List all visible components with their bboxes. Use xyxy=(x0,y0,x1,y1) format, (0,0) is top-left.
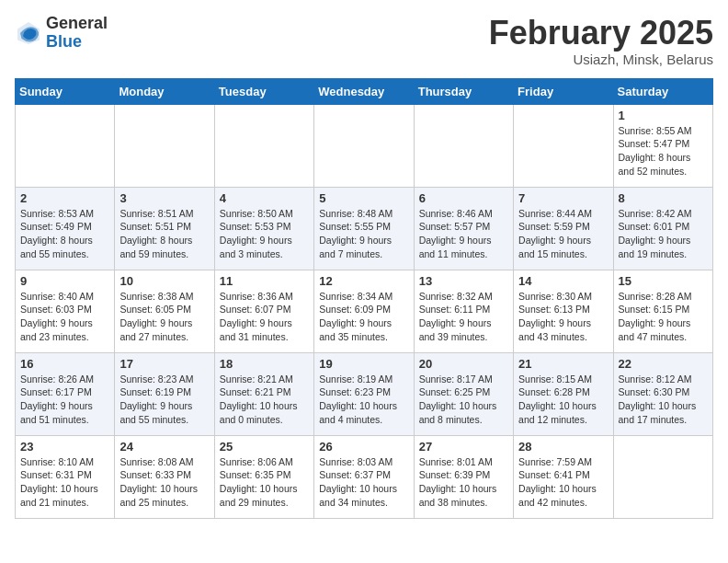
logo-general-text: General xyxy=(46,15,108,33)
calendar-cell: 10Sunrise: 8:38 AM Sunset: 6:05 PM Dayli… xyxy=(115,270,214,352)
calendar-cell: 7Sunrise: 8:44 AM Sunset: 5:59 PM Daylig… xyxy=(514,187,613,270)
day-info: Sunrise: 8:53 AM Sunset: 5:49 PM Dayligh… xyxy=(20,207,109,261)
calendar-cell xyxy=(414,104,513,187)
calendar-cell: 9Sunrise: 8:40 AM Sunset: 6:03 PM Daylig… xyxy=(16,270,115,352)
calendar-cell: 3Sunrise: 8:51 AM Sunset: 5:51 PM Daylig… xyxy=(115,187,214,270)
day-number: 22 xyxy=(619,357,708,371)
day-info: Sunrise: 8:44 AM Sunset: 5:59 PM Dayligh… xyxy=(518,207,608,261)
day-number: 20 xyxy=(419,357,508,371)
calendar-cell: 6Sunrise: 8:46 AM Sunset: 5:57 PM Daylig… xyxy=(414,187,513,270)
day-number: 24 xyxy=(119,440,209,454)
day-info: Sunrise: 8:26 AM Sunset: 6:17 PM Dayligh… xyxy=(20,373,109,427)
day-number: 23 xyxy=(20,440,109,454)
calendar-cell: 23Sunrise: 8:10 AM Sunset: 6:31 PM Dayli… xyxy=(16,435,115,518)
calendar-cell: 2Sunrise: 8:53 AM Sunset: 5:49 PM Daylig… xyxy=(16,187,115,270)
day-number: 9 xyxy=(20,274,109,288)
day-number: 27 xyxy=(419,440,508,454)
calendar-cell xyxy=(314,104,414,187)
day-number: 21 xyxy=(518,357,608,371)
calendar-cell: 14Sunrise: 8:30 AM Sunset: 6:13 PM Dayli… xyxy=(514,270,613,352)
day-info: Sunrise: 8:36 AM Sunset: 6:07 PM Dayligh… xyxy=(220,290,309,344)
logo-blue-text: Blue xyxy=(46,33,108,52)
day-number: 6 xyxy=(419,191,508,205)
day-number: 26 xyxy=(319,440,408,454)
day-info: Sunrise: 8:42 AM Sunset: 6:01 PM Dayligh… xyxy=(619,207,708,261)
calendar-cell xyxy=(613,435,712,518)
page-header: General Blue February 2025 Usiazh, Minsk… xyxy=(15,15,713,67)
day-info: Sunrise: 8:12 AM Sunset: 6:30 PM Dayligh… xyxy=(619,373,708,427)
calendar-cell: 18Sunrise: 8:21 AM Sunset: 6:21 PM Dayli… xyxy=(214,352,313,435)
day-number: 12 xyxy=(319,274,408,288)
calendar-week-row: 23Sunrise: 8:10 AM Sunset: 6:31 PM Dayli… xyxy=(16,435,713,518)
day-info: Sunrise: 8:19 AM Sunset: 6:23 PM Dayligh… xyxy=(319,373,408,427)
title-block: February 2025 Usiazh, Minsk, Belarus xyxy=(489,15,713,67)
day-number: 2 xyxy=(20,191,109,205)
logo: General Blue xyxy=(15,15,108,52)
day-number: 14 xyxy=(518,274,608,288)
day-number: 25 xyxy=(220,440,309,454)
calendar-cell: 1Sunrise: 8:55 AM Sunset: 5:47 PM Daylig… xyxy=(613,104,712,187)
day-number: 3 xyxy=(119,191,209,205)
day-number: 4 xyxy=(220,191,309,205)
day-info: Sunrise: 8:40 AM Sunset: 6:03 PM Dayligh… xyxy=(20,290,109,344)
calendar-cell: 24Sunrise: 8:08 AM Sunset: 6:33 PM Dayli… xyxy=(115,435,214,518)
day-info: Sunrise: 7:59 AM Sunset: 6:41 PM Dayligh… xyxy=(518,455,608,510)
day-number: 13 xyxy=(419,274,508,288)
day-info: Sunrise: 8:21 AM Sunset: 6:21 PM Dayligh… xyxy=(220,373,309,427)
col-friday: Friday xyxy=(514,78,613,104)
day-info: Sunrise: 8:03 AM Sunset: 6:37 PM Dayligh… xyxy=(319,455,408,510)
calendar-cell: 4Sunrise: 8:50 AM Sunset: 5:53 PM Daylig… xyxy=(214,187,313,270)
col-monday: Monday xyxy=(115,78,214,104)
calendar-cell: 26Sunrise: 8:03 AM Sunset: 6:37 PM Dayli… xyxy=(314,435,414,518)
day-number: 5 xyxy=(319,191,408,205)
calendar-cell: 5Sunrise: 8:48 AM Sunset: 5:55 PM Daylig… xyxy=(314,187,414,270)
calendar-cell: 8Sunrise: 8:42 AM Sunset: 6:01 PM Daylig… xyxy=(613,187,712,270)
day-info: Sunrise: 8:15 AM Sunset: 6:28 PM Dayligh… xyxy=(518,373,608,427)
calendar-cell: 17Sunrise: 8:23 AM Sunset: 6:19 PM Dayli… xyxy=(115,352,214,435)
calendar-cell: 27Sunrise: 8:01 AM Sunset: 6:39 PM Dayli… xyxy=(414,435,513,518)
logo-icon xyxy=(15,19,42,47)
col-saturday: Saturday xyxy=(613,78,712,104)
day-number: 10 xyxy=(119,274,209,288)
day-info: Sunrise: 8:08 AM Sunset: 6:33 PM Dayligh… xyxy=(119,455,209,510)
col-sunday: Sunday xyxy=(16,78,115,104)
calendar-cell: 28Sunrise: 7:59 AM Sunset: 6:41 PM Dayli… xyxy=(514,435,613,518)
calendar-cell: 13Sunrise: 8:32 AM Sunset: 6:11 PM Dayli… xyxy=(414,270,513,352)
location-text: Usiazh, Minsk, Belarus xyxy=(489,52,713,67)
calendar-table: Sunday Monday Tuesday Wednesday Thursday… xyxy=(15,78,713,519)
calendar-cell: 16Sunrise: 8:26 AM Sunset: 6:17 PM Dayli… xyxy=(16,352,115,435)
day-info: Sunrise: 8:50 AM Sunset: 5:53 PM Dayligh… xyxy=(220,207,309,261)
logo-text: General Blue xyxy=(46,15,108,52)
calendar-week-row: 2Sunrise: 8:53 AM Sunset: 5:49 PM Daylig… xyxy=(16,187,713,270)
day-info: Sunrise: 8:38 AM Sunset: 6:05 PM Dayligh… xyxy=(119,290,209,344)
day-info: Sunrise: 8:34 AM Sunset: 6:09 PM Dayligh… xyxy=(319,290,408,344)
calendar-cell: 11Sunrise: 8:36 AM Sunset: 6:07 PM Dayli… xyxy=(214,270,313,352)
calendar-cell xyxy=(16,104,115,187)
calendar-cell xyxy=(214,104,313,187)
day-number: 1 xyxy=(619,109,708,122)
col-thursday: Thursday xyxy=(414,78,513,104)
calendar-week-row: 16Sunrise: 8:26 AM Sunset: 6:17 PM Dayli… xyxy=(16,352,713,435)
day-number: 8 xyxy=(619,191,708,205)
calendar-header-row: Sunday Monday Tuesday Wednesday Thursday… xyxy=(16,78,713,104)
calendar-cell: 15Sunrise: 8:28 AM Sunset: 6:15 PM Dayli… xyxy=(613,270,712,352)
col-tuesday: Tuesday xyxy=(214,78,313,104)
calendar-week-row: 1Sunrise: 8:55 AM Sunset: 5:47 PM Daylig… xyxy=(16,104,713,187)
calendar-week-row: 9Sunrise: 8:40 AM Sunset: 6:03 PM Daylig… xyxy=(16,270,713,352)
day-number: 17 xyxy=(119,357,209,371)
day-info: Sunrise: 8:30 AM Sunset: 6:13 PM Dayligh… xyxy=(518,290,608,344)
calendar-cell: 22Sunrise: 8:12 AM Sunset: 6:30 PM Dayli… xyxy=(613,352,712,435)
calendar-cell: 19Sunrise: 8:19 AM Sunset: 6:23 PM Dayli… xyxy=(314,352,414,435)
day-info: Sunrise: 8:23 AM Sunset: 6:19 PM Dayligh… xyxy=(119,373,209,427)
calendar-cell: 12Sunrise: 8:34 AM Sunset: 6:09 PM Dayli… xyxy=(314,270,414,352)
day-number: 7 xyxy=(518,191,608,205)
day-info: Sunrise: 8:28 AM Sunset: 6:15 PM Dayligh… xyxy=(619,290,708,344)
day-info: Sunrise: 8:06 AM Sunset: 6:35 PM Dayligh… xyxy=(220,455,309,510)
day-info: Sunrise: 8:32 AM Sunset: 6:11 PM Dayligh… xyxy=(419,290,508,344)
day-number: 19 xyxy=(319,357,408,371)
day-number: 28 xyxy=(518,440,608,454)
day-number: 15 xyxy=(619,274,708,288)
day-info: Sunrise: 8:55 AM Sunset: 5:47 PM Dayligh… xyxy=(619,124,708,178)
calendar-cell: 25Sunrise: 8:06 AM Sunset: 6:35 PM Dayli… xyxy=(214,435,313,518)
calendar-cell: 21Sunrise: 8:15 AM Sunset: 6:28 PM Dayli… xyxy=(514,352,613,435)
